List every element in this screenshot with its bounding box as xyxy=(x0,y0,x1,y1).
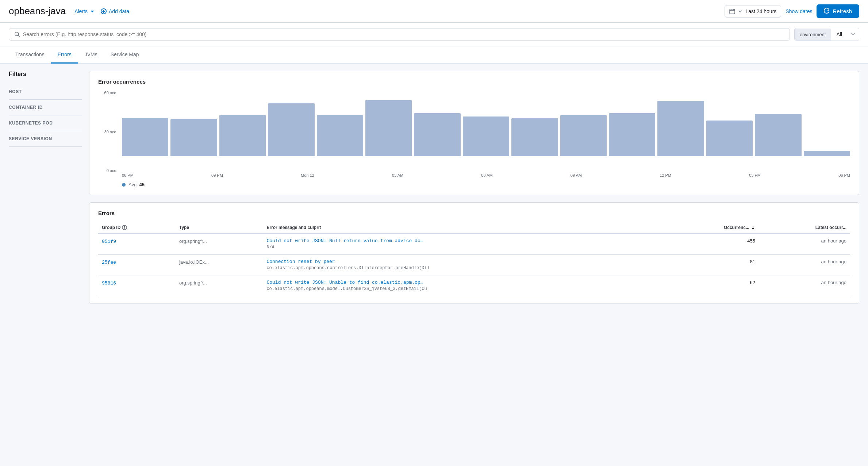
table-row: 25fae java.io.IOEx... Connection reset b… xyxy=(98,255,850,275)
filter-kubernetes-pod[interactable]: KUBERNETES POD xyxy=(9,115,82,131)
error-type: java.io.IOEx... xyxy=(179,259,209,265)
chart-y-label: 30 occ. xyxy=(98,130,120,134)
error-message[interactable]: Connection reset by peer xyxy=(266,259,663,264)
error-culprit: co.elastic.apm.opbeans.controllers.DTInt… xyxy=(266,266,663,271)
show-dates-button[interactable]: Show dates xyxy=(786,8,812,14)
chart-x-label: 06 AM xyxy=(481,173,492,177)
filter-service-version[interactable]: SERVICE VERSION xyxy=(9,131,82,147)
col-error-message: Error message and culprit xyxy=(263,222,667,233)
main-content: Filters HOSTCONTAINER IDKUBERNETES PODSE… xyxy=(0,64,868,311)
group-id-link[interactable]: 25fae xyxy=(102,260,116,265)
search-input-wrap[interactable] xyxy=(9,28,790,41)
cell-error-message: Connection reset by peer co.elastic.apm.… xyxy=(263,255,667,275)
chart-bar-0 xyxy=(122,118,168,156)
errors-card-title: Errors xyxy=(98,210,850,216)
header-right: Last 24 hours Show dates Refresh xyxy=(725,4,859,18)
chart-bar-2 xyxy=(219,115,266,156)
cell-type: java.io.IOEx... xyxy=(176,255,263,275)
cell-group-id: 95816 xyxy=(98,275,176,296)
calendar-icon xyxy=(729,8,735,14)
svg-rect-0 xyxy=(730,9,735,14)
env-value: All xyxy=(831,28,847,41)
col-occurrences[interactable]: Occurrenc... xyxy=(667,222,759,233)
chart-legend: Avg. 45 xyxy=(122,182,850,187)
col-group-id: Group ID xyxy=(98,222,176,233)
error-type: org.springfr... xyxy=(179,238,207,244)
filters-sidebar: Filters HOSTCONTAINER IDKUBERNETES PODSE… xyxy=(9,71,82,304)
header-left: opbeans-java Alerts + Add data xyxy=(9,5,129,17)
header-nav: Alerts + Add data xyxy=(74,8,129,14)
chart-y-label: 60 occ. xyxy=(98,91,120,95)
chart-bar-14 xyxy=(804,151,850,156)
chart-title: Error occurrences xyxy=(98,79,850,85)
errors-table: Group ID Type Error message and culprit xyxy=(98,222,850,296)
tab-service-map[interactable]: Service Map xyxy=(104,46,146,64)
chart-bar-6 xyxy=(414,113,460,156)
svg-line-5 xyxy=(18,35,20,37)
cell-error-message: Could not write JSON: Unable to find co.… xyxy=(263,275,667,296)
chart-card: Error occurrences 60 occ.30 occ.0 occ. 0… xyxy=(89,71,859,195)
chart-x-label: 06 PM xyxy=(838,173,850,177)
filters-title: Filters xyxy=(9,71,82,77)
chart-bar-10 xyxy=(609,113,655,156)
chart-x-label: 09 PM xyxy=(211,173,223,177)
refresh-label: Refresh xyxy=(833,8,852,14)
env-label: environment xyxy=(795,28,831,41)
time-range-selector[interactable]: Last 24 hours xyxy=(725,5,781,18)
alerts-label: Alerts xyxy=(74,8,88,14)
chart-x-label: 09 AM xyxy=(571,173,582,177)
chart-y-label: 0 occ. xyxy=(98,168,120,173)
cell-latest: an hour ago xyxy=(759,275,850,296)
filter-host[interactable]: HOST xyxy=(9,84,82,100)
chart-bar-11 xyxy=(657,101,704,156)
filter-container-id[interactable]: CONTAINER ID xyxy=(9,100,82,115)
alerts-button[interactable]: Alerts xyxy=(74,8,95,14)
chart-x-label: 03 PM xyxy=(749,173,761,177)
legend-dot xyxy=(122,183,126,187)
group-id-link[interactable]: 051f9 xyxy=(102,239,116,244)
error-culprit: N/A xyxy=(266,245,663,250)
chart-bar-13 xyxy=(755,114,801,156)
refresh-icon xyxy=(824,8,830,14)
table-row: 051f9 org.springfr... Could not write JS… xyxy=(98,233,850,255)
group-id-link[interactable]: 95816 xyxy=(102,280,116,286)
tab-transactions[interactable]: Transactions xyxy=(9,46,51,64)
chart-x-label: 06 PM xyxy=(122,173,134,177)
add-data-button[interactable]: + Add data xyxy=(101,8,129,14)
env-chevron-icon[interactable] xyxy=(847,28,859,41)
environment-selector[interactable]: environment All xyxy=(794,28,859,41)
table-row: 95816 org.springfr... Could not write JS… xyxy=(98,275,850,296)
info-icon xyxy=(122,225,127,230)
tab-jvms[interactable]: JVMs xyxy=(78,46,104,64)
legend-avg-label: Avg. 45 xyxy=(128,182,145,187)
svg-point-8 xyxy=(124,226,125,227)
chart-x-label: 03 AM xyxy=(392,173,403,177)
app-title: opbeans-java xyxy=(9,5,66,17)
error-message[interactable]: Could not write JSON: Null return value … xyxy=(266,238,663,244)
plus-circle-icon: + xyxy=(101,8,107,14)
tabs-row: TransactionsErrorsJVMsService Map xyxy=(0,46,868,64)
cell-type: org.springfr... xyxy=(176,275,263,296)
error-type: org.springfr... xyxy=(179,280,207,286)
col-latest: Latest occurr... xyxy=(759,222,850,233)
chart-bar-5 xyxy=(365,100,412,156)
chart-bar-7 xyxy=(463,116,509,156)
cell-occurrences: 62 xyxy=(667,275,759,296)
col-type: Type xyxy=(176,222,263,233)
error-culprit: co.elastic.apm.opbeans.model.Customer$$_… xyxy=(266,286,663,291)
cell-occurrences: 455 xyxy=(667,233,759,255)
time-range-label: Last 24 hours xyxy=(745,8,776,14)
content-area: Error occurrences 60 occ.30 occ.0 occ. 0… xyxy=(89,71,859,304)
chart-x-labels: 06 PM09 PMMon 1203 AM06 AM09 AM12 PM03 P… xyxy=(122,171,850,177)
search-bar-row: environment All xyxy=(0,23,868,46)
chart-bar-9 xyxy=(560,115,607,156)
error-message[interactable]: Could not write JSON: Unable to find co.… xyxy=(266,280,663,285)
search-icon xyxy=(14,31,20,37)
tab-errors[interactable]: Errors xyxy=(51,46,78,64)
cell-latest: an hour ago xyxy=(759,233,850,255)
cell-latest: an hour ago xyxy=(759,255,850,275)
chart-bar-1 xyxy=(170,119,217,156)
search-input[interactable] xyxy=(23,31,784,37)
refresh-button[interactable]: Refresh xyxy=(817,4,859,18)
chevron-down-icon xyxy=(90,9,95,14)
